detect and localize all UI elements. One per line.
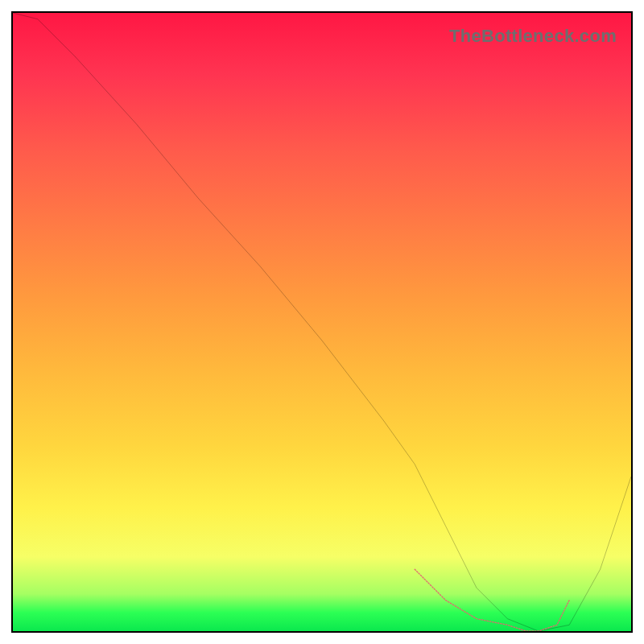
chart-container: TheBottleneck.com [0, 0, 644, 644]
attribution-watermark: TheBottleneck.com [449, 26, 617, 47]
bottleneck-curve [13, 13, 631, 631]
optimal-band-dash [415, 569, 569, 631]
curve-layer [13, 13, 631, 631]
plot-area: TheBottleneck.com [11, 11, 633, 633]
